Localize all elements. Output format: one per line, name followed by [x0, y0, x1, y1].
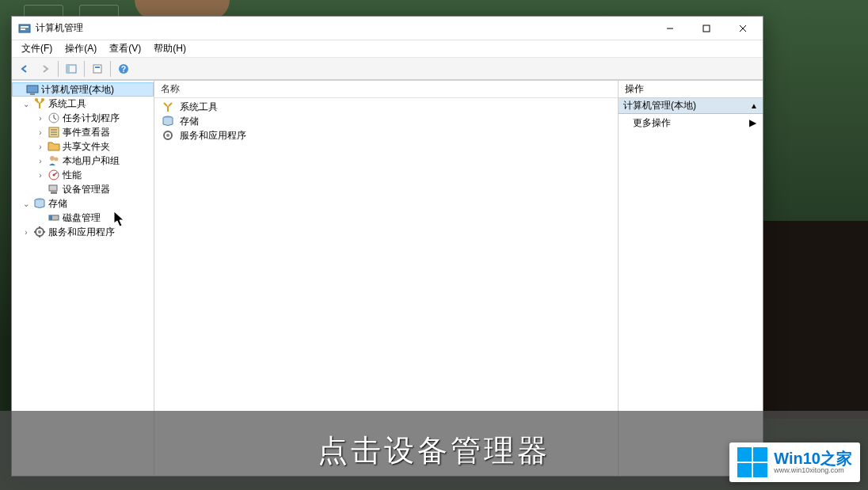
action-more[interactable]: 更多操作 ▶ [619, 114, 763, 131]
svg-point-32 [38, 230, 41, 234]
tree-label: 存储 [48, 197, 67, 211]
expand-icon[interactable]: › [36, 171, 45, 180]
svg-point-16 [41, 98, 44, 101]
windows-logo-icon [737, 447, 767, 477]
close-button[interactable] [725, 17, 761, 40]
svg-rect-4 [703, 25, 710, 32]
collapse-icon[interactable]: ⌄ [21, 199, 31, 208]
tree-task-scheduler[interactable]: › 任务计划程序 [12, 111, 154, 125]
nav-forward-button[interactable] [36, 60, 55, 78]
svg-rect-14 [30, 93, 35, 95]
performance-icon [48, 169, 60, 181]
tree-disk-management[interactable]: 磁盘管理 [12, 211, 154, 225]
device-icon [48, 183, 60, 196]
list-item-label: 存储 [180, 115, 199, 128]
svg-point-25 [53, 174, 55, 177]
tree-label: 任务计划程序 [63, 112, 120, 125]
tools-icon [33, 97, 46, 110]
expand-icon[interactable]: › [36, 142, 45, 151]
svg-rect-9 [93, 65, 101, 73]
shared-folder-icon [48, 140, 60, 153]
app-icon [18, 22, 31, 35]
tree-services-apps[interactable]: › 服务和应用程序 [12, 225, 154, 239]
svg-point-15 [35, 98, 38, 101]
list-header-name[interactable]: 名称 [154, 81, 618, 98]
tree-device-manager[interactable]: 设备管理器 [12, 182, 154, 196]
tree-label: 磁盘管理 [63, 211, 101, 225]
menu-help[interactable]: 帮助(H) [147, 40, 192, 57]
list-item-label: 系统工具 [180, 101, 218, 114]
collapse-icon: ▲ [750, 101, 758, 110]
menu-file[interactable]: 文件(F) [15, 40, 59, 57]
svg-point-35 [166, 134, 169, 137]
disk-icon [48, 211, 60, 224]
window-title: 计算机管理 [36, 21, 652, 35]
expand-icon[interactable]: › [36, 114, 45, 123]
tree-storage[interactable]: ⌄ 存储 [12, 196, 154, 211]
clock-icon [48, 112, 60, 124]
help-button[interactable]: ? [114, 60, 133, 78]
collapse-icon[interactable]: ⌄ [21, 100, 31, 108]
storage-icon [162, 115, 174, 127]
list-item[interactable]: 存储 [154, 114, 618, 128]
tree-local-users[interactable]: › 本地用户和组 [12, 154, 154, 168]
toolbar: ? [12, 58, 763, 80]
svg-rect-8 [67, 65, 70, 73]
svg-point-22 [50, 156, 55, 161]
tree-label: 服务和应用程序 [48, 226, 115, 239]
action-item-label: 更多操作 [633, 116, 671, 130]
list-item[interactable]: 系统工具 [154, 100, 618, 114]
svg-rect-2 [21, 28, 25, 30]
properties-button[interactable] [88, 60, 107, 78]
minimize-button[interactable] [652, 17, 688, 40]
tree-performance[interactable]: › 性能 [12, 168, 154, 182]
toolbar-separator [58, 61, 59, 77]
show-hide-tree-button[interactable] [62, 60, 81, 78]
tree-label: 事件查看器 [63, 126, 110, 139]
storage-icon [33, 197, 46, 210]
watermark-url: www.win10xitong.com [774, 467, 852, 475]
computer-management-window: 计算机管理 文件(F) 操作(A) 查看(V) 帮助(H) ? [11, 16, 763, 477]
svg-rect-1 [21, 26, 29, 28]
watermark-title: Win10之家 [774, 450, 852, 467]
maximize-button[interactable] [688, 17, 725, 40]
event-icon [48, 126, 60, 139]
nav-back-button[interactable] [15, 60, 34, 78]
toolbar-separator [84, 61, 85, 77]
tree-label: 性能 [63, 169, 82, 182]
tree-system-tools[interactable]: ⌄ 系统工具 [12, 97, 154, 111]
expand-icon[interactable]: › [21, 228, 31, 237]
menubar: 文件(F) 操作(A) 查看(V) 帮助(H) [12, 40, 763, 58]
tree-label: 系统工具 [48, 97, 86, 111]
toolbar-separator [110, 61, 111, 77]
list-item[interactable]: 服务和应用程序 [154, 128, 618, 142]
svg-rect-13 [27, 85, 38, 93]
svg-text:?: ? [121, 65, 126, 74]
chevron-right-icon: ▶ [749, 117, 756, 128]
menu-action[interactable]: 操作(A) [59, 40, 103, 57]
svg-rect-26 [49, 185, 57, 191]
tree-shared-folders[interactable]: › 共享文件夹 [12, 139, 154, 154]
expand-icon[interactable]: › [36, 157, 45, 165]
expand-icon[interactable]: › [36, 128, 45, 137]
action-section-label: 计算机管理(本地) [623, 99, 696, 112]
svg-rect-27 [51, 192, 57, 194]
services-icon [162, 129, 174, 142]
tree-label: 本地用户和组 [63, 154, 120, 168]
svg-rect-30 [49, 215, 52, 220]
caption-text: 点击设备管理器 [318, 431, 550, 471]
tree-event-viewer[interactable]: › 事件查看器 [12, 125, 154, 139]
tree-label: 计算机管理(本地) [41, 83, 114, 97]
svg-point-23 [55, 158, 59, 161]
action-section[interactable]: 计算机管理(本地) ▲ [619, 98, 763, 114]
tree-root[interactable]: 计算机管理(本地) [12, 82, 154, 97]
svg-rect-10 [95, 66, 100, 68]
menu-view[interactable]: 查看(V) [103, 40, 147, 57]
services-icon [33, 226, 46, 238]
tree-label: 设备管理器 [63, 183, 110, 196]
titlebar[interactable]: 计算机管理 [12, 17, 763, 40]
watermark: Win10之家 www.win10xitong.com [729, 443, 860, 482]
tree-label: 共享文件夹 [63, 140, 110, 154]
tools-icon [162, 101, 174, 113]
action-pane-header: 操作 [619, 81, 763, 98]
